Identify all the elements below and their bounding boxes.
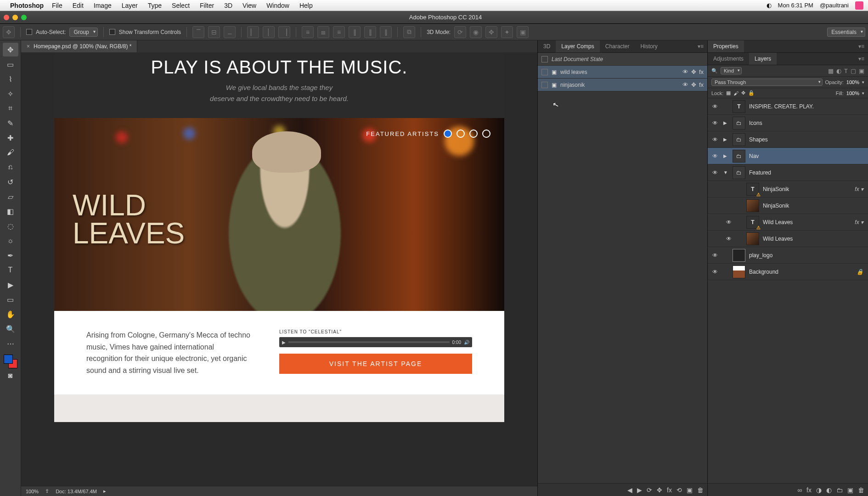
move-tool-icon[interactable]: ✥ (3, 26, 15, 38)
visibility-icon[interactable]: 👁 (682, 81, 688, 88)
type-tool[interactable]: T (3, 263, 18, 277)
layer-fx-icon[interactable]: fx (806, 486, 812, 494)
align-bottom-icon[interactable]: ⎽ (224, 26, 236, 38)
distribute-left-icon[interactable]: ‖ (349, 26, 361, 38)
layer-row[interactable]: 👁TWild Leavesfx ▾ (708, 214, 868, 231)
hand-tool[interactable]: ✋ (3, 307, 18, 321)
brush-tool[interactable]: 🖌 (3, 146, 18, 159)
menubar-user[interactable]: @paultrani (820, 2, 849, 9)
gradient-tool[interactable]: ◧ (3, 204, 18, 218)
update-app-icon[interactable]: fx (667, 486, 672, 494)
layer-row[interactable]: 👁play_logo (708, 247, 868, 264)
foreground-color-swatch[interactable] (4, 355, 13, 364)
cc-sync-icon[interactable]: ◐ (767, 2, 772, 9)
layer-disclosure-icon[interactable]: ▶ (723, 153, 729, 158)
distribute-top-icon[interactable]: ≡ (302, 26, 314, 38)
dodge-tool[interactable]: ☼ (3, 234, 18, 248)
align-left-icon[interactable]: ▏ (247, 26, 259, 38)
tab-properties[interactable]: Properties (708, 40, 744, 52)
tab-3d[interactable]: 3D (538, 40, 556, 52)
zoom-tool[interactable]: 🔍 (3, 322, 18, 336)
update-vis-icon[interactable]: ⟳ (647, 486, 652, 494)
blur-tool[interactable]: ◌ (3, 219, 18, 233)
close-tab-icon[interactable]: × (27, 43, 30, 50)
share-icon[interactable]: ⇪ (45, 488, 49, 494)
menu-file[interactable]: File (52, 2, 62, 9)
filter-smart-icon[interactable]: ▣ (859, 68, 864, 74)
layer-row[interactable]: TNinjaSonikfx ▾ (708, 181, 868, 197)
3d-slide-icon[interactable]: ✦ (501, 26, 513, 38)
crop-tool[interactable]: ⌗ (3, 101, 18, 115)
path-select-tool[interactable]: ▶ (3, 278, 18, 292)
layer-disclosure-icon[interactable]: ▶ (723, 137, 729, 142)
doc-size-arrow-icon[interactable]: ▸ (103, 488, 106, 494)
auto-align-icon[interactable]: ⧉ (403, 26, 415, 38)
magic-wand-tool[interactable]: ✧ (3, 87, 18, 101)
window-zoom-button[interactable] (21, 15, 27, 20)
visibility-icon[interactable]: 👁 (682, 68, 688, 75)
apply-comp-checkbox[interactable] (541, 69, 548, 75)
edit-toolbar[interactable]: ⋯ (3, 337, 18, 350)
prev-comp-icon[interactable]: ◀ (627, 486, 632, 494)
lock-transparent-icon[interactable]: ▦ (726, 90, 731, 96)
blend-mode-dropdown[interactable]: Pass Through (711, 79, 823, 86)
layer-comp-last-state[interactable]: Last Document State (538, 53, 707, 66)
shape-tool[interactable]: ▭ (3, 293, 18, 306)
layer-visibility-icon[interactable]: 👁 (710, 169, 720, 176)
tab-character[interactable]: Character (600, 40, 635, 52)
layer-visibility-icon[interactable]: 👁 (710, 153, 720, 159)
layer-row[interactable]: 👁Background🔒 (708, 264, 868, 280)
filter-pixel-icon[interactable]: ▦ (828, 68, 834, 74)
layer-row[interactable]: 👁▼🗀Featured (708, 164, 868, 181)
menu-view[interactable]: View (242, 2, 256, 9)
layer-fx-badge[interactable]: fx ▾ (855, 186, 865, 192)
app-name[interactable]: Photoshop (10, 2, 44, 9)
new-comp-icon[interactable]: ▣ (687, 486, 693, 494)
tab-layers[interactable]: Layers (749, 53, 777, 65)
quick-mask-toggle[interactable]: ◙ (3, 369, 18, 383)
distribute-bottom-icon[interactable]: ≡ (333, 26, 345, 38)
tab-layer-comps[interactable]: Layer Comps (556, 40, 599, 52)
layer-row[interactable]: 👁▶🗀Shapes (708, 131, 868, 148)
align-hcenter-icon[interactable]: │ (263, 26, 275, 38)
delete-comp-icon[interactable]: 🗑 (697, 486, 704, 494)
3d-camera-icon[interactable]: ▣ (517, 26, 529, 38)
menu-image[interactable]: Image (94, 2, 112, 9)
lock-position-icon[interactable]: ✥ (741, 90, 745, 96)
show-transform-checkbox[interactable] (109, 29, 115, 35)
auto-select-checkbox[interactable] (26, 29, 32, 35)
auto-select-dropdown[interactable]: Group (69, 28, 97, 37)
appearance-icon[interactable]: fx (699, 68, 704, 75)
layer-row[interactable]: NinjaSonik (708, 197, 868, 214)
layer-visibility-icon[interactable]: 👁 (710, 103, 720, 110)
position-icon[interactable]: ✥ (691, 68, 696, 75)
link-layers-icon[interactable]: ∞ (797, 486, 802, 494)
layer-row[interactable]: 👁TINSPIRE. CREATE. PLAY. (708, 98, 868, 115)
layer-visibility-icon[interactable]: 👁 (710, 120, 720, 126)
layer-row[interactable]: 👁▶🗀Nav (708, 148, 868, 164)
color-swatches[interactable] (4, 355, 17, 368)
panel-menu-icon[interactable]: ▾≡ (855, 53, 868, 65)
marquee-tool[interactable]: ▭ (3, 57, 18, 71)
window-close-button[interactable] (4, 15, 9, 20)
panel-menu-icon[interactable]: ▾≡ (855, 40, 868, 52)
appearance-icon[interactable]: fx (699, 81, 704, 88)
move-tool[interactable]: ✥ (3, 43, 18, 56)
menu-type[interactable]: Type (148, 2, 162, 9)
filter-adjust-icon[interactable]: ◐ (836, 68, 841, 74)
layer-disclosure-icon[interactable]: ▶ (723, 120, 729, 125)
history-brush-tool[interactable]: ↺ (3, 175, 18, 189)
filter-shape-icon[interactable]: ▢ (851, 68, 856, 74)
layer-row[interactable]: 👁▶🗀Icons (708, 115, 868, 131)
tab-history[interactable]: History (635, 40, 663, 52)
menu-select[interactable]: Select (172, 2, 190, 9)
layer-mask-icon[interactable]: ◑ (816, 486, 822, 494)
align-vcenter-icon[interactable]: ⊟ (208, 26, 220, 38)
distribute-vcenter-icon[interactable]: ≣ (317, 26, 329, 38)
layer-visibility-icon[interactable]: 👁 (710, 269, 720, 275)
3d-pan-icon[interactable]: ✥ (485, 26, 497, 38)
healing-brush-tool[interactable]: ✚ (3, 131, 18, 145)
position-icon[interactable]: ✥ (691, 81, 696, 88)
next-comp-icon[interactable]: ▶ (637, 486, 642, 494)
3d-roll-icon[interactable]: ◉ (470, 26, 482, 38)
